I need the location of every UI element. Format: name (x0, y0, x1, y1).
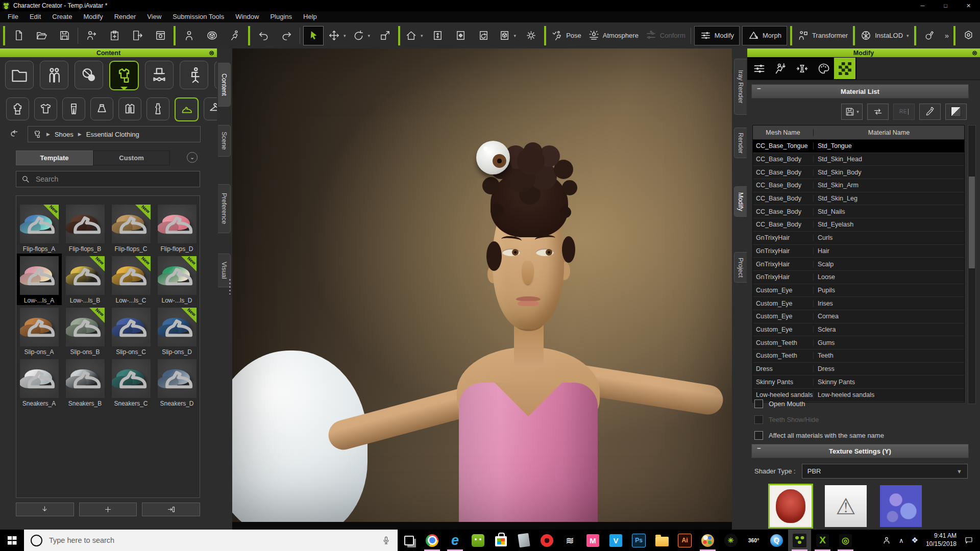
modify-tab-conform[interactable] (791, 58, 813, 79)
taskbar-app-button[interactable] (421, 530, 444, 551)
content-category-button[interactable] (5, 61, 34, 89)
taskbar-app-button[interactable] (650, 530, 673, 551)
content-category-button[interactable] (109, 61, 139, 90)
material-table-row[interactable]: CC_Base_Body Std_Skin_Arm (753, 179, 964, 192)
home-view-button[interactable]: ▾ (404, 27, 425, 45)
new-project-button[interactable] (9, 27, 28, 45)
prop-button[interactable] (202, 27, 222, 45)
taskbar-app-button[interactable] (696, 530, 719, 551)
taskbar-app-button[interactable]: Ps (627, 530, 650, 551)
material-table-row[interactable]: Custom_Teeth Gums (753, 336, 964, 349)
animation-button[interactable] (225, 27, 244, 45)
material-table-row[interactable]: CC_Base_Body Std_Skin_Leg (753, 192, 964, 206)
taskbar-app-button[interactable]: ✳ (719, 530, 742, 551)
toolbar-overflow[interactable]: » (943, 31, 950, 40)
content-item[interactable]: New 01 Low-...ls_C (109, 254, 154, 305)
checkbox[interactable] (754, 399, 763, 408)
dock-tab[interactable]: Preference (218, 184, 231, 233)
move-tool-button[interactable]: ▾ (327, 27, 348, 45)
material-table-row[interactable]: Custom_Eye Irises (753, 297, 964, 310)
taskbar-app-button[interactable] (512, 530, 535, 551)
light-button[interactable] (521, 27, 541, 45)
modify-tab-attributes[interactable] (748, 58, 770, 79)
eyedropper-button[interactable] (919, 104, 941, 120)
content-item[interactable]: New 01 Slip-ons_C (109, 305, 154, 357)
material-table-row[interactable]: CC_Base_Body Std_Skin_Body (753, 166, 964, 179)
dock-tab[interactable]: Modify (734, 186, 747, 217)
preview-render-button[interactable] (151, 27, 170, 45)
taskbar-app-button[interactable]: M (581, 530, 604, 551)
col-mesh-name[interactable]: Mesh Name (753, 129, 814, 136)
content-item[interactable]: New 01 Flip-flops_D (155, 202, 200, 254)
add-content-button[interactable] (79, 503, 137, 516)
taskbar-app-button[interactable]: X (811, 530, 834, 551)
pose-button[interactable]: Pose (550, 27, 583, 45)
content-subcategory-button[interactable] (146, 97, 169, 120)
two-tone-button[interactable] (945, 104, 967, 120)
texture-thumb-diffuse[interactable] (770, 485, 812, 527)
modify-tab-material[interactable] (834, 58, 855, 79)
content-subcategory-button[interactable] (62, 97, 85, 120)
material-table-row[interactable]: Custom_Teeth Teeth (753, 349, 964, 363)
menu-item[interactable]: Render (109, 11, 142, 22)
taskbar-app-button[interactable] (489, 530, 512, 551)
viewport-3d[interactable] (232, 48, 732, 522)
content-item[interactable]: New 01 Low-...ls_A (17, 254, 62, 305)
dock-tab[interactable]: Content (218, 63, 231, 107)
collapse-chevron-icon[interactable]: ⌄ (187, 152, 198, 163)
content-subcategory-button[interactable] (118, 97, 141, 120)
checkbox-row[interactable]: Open Mouth (754, 397, 969, 410)
menu-item[interactable]: Edit (24, 11, 46, 22)
content-subcategory-button[interactable] (175, 97, 199, 121)
material-table-row[interactable]: GnTrixyHair Hair (753, 245, 964, 258)
dock-tab[interactable]: Iray Render (734, 59, 747, 115)
orbit-view-button[interactable] (474, 27, 494, 45)
save-material-button[interactable]: ▾ (841, 104, 863, 120)
checkbox-row[interactable]: Affect all materials with the same name (754, 429, 969, 441)
rename-material-button[interactable]: RE (893, 104, 915, 120)
shader-type-select[interactable]: PBR ▼ (802, 464, 968, 479)
download-content-button[interactable] (16, 503, 74, 516)
content-item[interactable]: New 01 Slip-ons_B (63, 305, 108, 357)
menu-item[interactable]: Create (46, 11, 78, 22)
taskbar-app-button[interactable]: Q (765, 530, 788, 551)
dock-tab[interactable]: Project (734, 252, 747, 283)
col-material-name[interactable]: Material Name (814, 129, 964, 136)
left-splitter-handle[interactable] (229, 278, 231, 294)
breadcrumb-back-button[interactable] (6, 127, 23, 142)
content-item[interactable]: New 01 Flip-flops_A (17, 202, 62, 254)
content-item[interactable]: New 01 Slip-ons_A (17, 305, 62, 357)
redo-button[interactable] (277, 27, 296, 45)
taskbar-search-input[interactable] (48, 536, 376, 545)
scale-tool-button[interactable] (375, 27, 395, 45)
notification-center-icon[interactable] (964, 536, 973, 545)
content-item[interactable]: New 01 Low-...ls_B (63, 254, 108, 305)
dropbox-tray-icon[interactable]: ❖ (911, 536, 918, 545)
taskbar-app-button[interactable]: ≋ (558, 530, 581, 551)
material-table-row[interactable]: GnTrixyHair Loose (753, 271, 964, 284)
material-table-row[interactable]: GnTrixyHair Curls (753, 232, 964, 245)
texture-settings-section-header[interactable]: − Texture Settings (Y) (751, 444, 969, 458)
content-category-button[interactable] (40, 61, 68, 89)
modify-button[interactable]: Modify (695, 27, 739, 45)
material-table-row[interactable]: Skinny Pants Skinny Pants (753, 375, 964, 389)
export-button[interactable] (128, 27, 147, 45)
maximize-button[interactable]: □ (934, 0, 957, 11)
stamp-tool-button[interactable] (959, 27, 978, 45)
close-button[interactable]: ✕ (957, 0, 980, 11)
texture-thumb-normal[interactable] (880, 485, 922, 527)
undo-button[interactable] (254, 27, 273, 45)
menu-item[interactable]: Submission Tools (167, 11, 230, 22)
tab-template[interactable]: Template (16, 151, 93, 165)
material-table-row[interactable]: Dress Dress (753, 363, 964, 376)
material-table-row[interactable]: Custom_Eye Cornea (753, 310, 964, 323)
material-table-row[interactable]: GnTrixyHair Scalp (753, 258, 964, 271)
taskbar-app-button[interactable]: ◎ (834, 530, 857, 551)
menu-item[interactable]: File (2, 11, 24, 22)
taskbar-app-button[interactable] (398, 530, 421, 551)
conform-button[interactable]: Conform (644, 27, 687, 45)
content-item[interactable]: New 01 Flip-flops_C (109, 202, 154, 254)
material-scrollbar[interactable] (968, 125, 976, 404)
taskbar-app-button[interactable] (467, 530, 489, 551)
export-avatar-button[interactable] (105, 27, 124, 45)
